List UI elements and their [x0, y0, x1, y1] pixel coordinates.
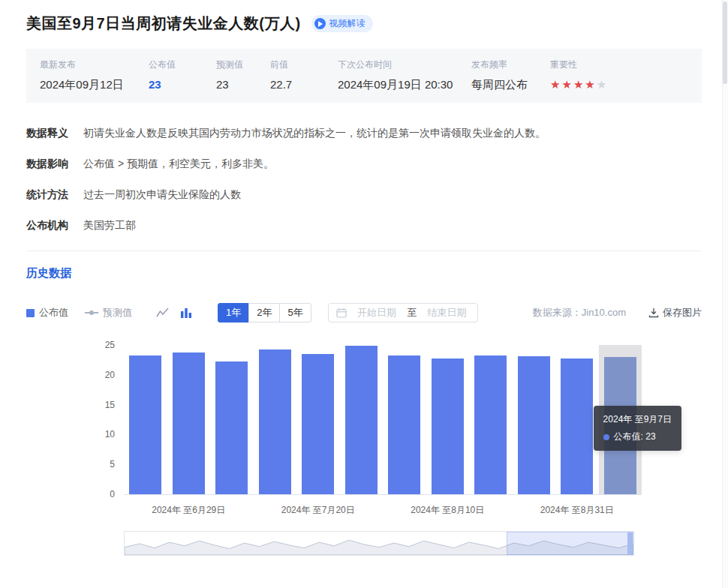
bars [124, 345, 642, 494]
star-icon: ★ [573, 78, 585, 91]
detail-label: 统计方法 [26, 187, 83, 202]
summary-value: 每周四公布 [471, 78, 550, 92]
y-tick-label: 5 [110, 459, 115, 470]
legend-label: 预测值 [103, 306, 132, 320]
summary-value: 23 [149, 78, 216, 91]
calendar-icon [336, 308, 347, 318]
history-data-title[interactable]: 历史数据 [26, 266, 702, 280]
summary-value: 23 [216, 78, 270, 91]
date-separator: 至 [407, 306, 417, 320]
bar-column[interactable] [555, 345, 599, 494]
bar[interactable] [561, 358, 593, 494]
y-tick-label: 15 [105, 400, 115, 410]
legend-square-icon [26, 309, 35, 317]
summary-actual: 公布值 23 [149, 58, 216, 92]
start-date-field[interactable]: 开始日期 [354, 306, 400, 320]
legend-item-actual[interactable]: 公布值 [26, 306, 68, 320]
video-explain-button[interactable]: 视频解读 [311, 15, 373, 32]
bar-column[interactable] [254, 345, 297, 494]
summary-label: 发布频率 [471, 58, 550, 71]
line-chart-icon[interactable] [156, 307, 170, 319]
summary-frequency: 发布频率 每周四公布 [471, 58, 550, 92]
date-range-picker[interactable]: 开始日期 至 结束日期 [328, 303, 478, 322]
bar-column[interactable] [513, 345, 556, 494]
play-icon [314, 18, 326, 29]
detail-row-definition: 数据释义 初请失业金人数是反映其国内劳动力市场状况的指标之一，统计的是第一次申请… [26, 125, 702, 140]
detail-text: 公布值 > 预期值，利空美元，利多非美。 [83, 156, 702, 171]
chart-controls: 公布值 预测值 1年 2年 5年 开始日期 至 结束日 [26, 303, 702, 322]
summary-latest-release: 最新发布 2024年09月12日 [40, 58, 149, 92]
summary-label: 下次公布时间 [338, 58, 471, 71]
summary-next-release: 下次公布时间 2024年09月19日 20:30 [338, 58, 471, 92]
range-button-5y[interactable]: 5年 [279, 303, 311, 322]
bar[interactable] [432, 358, 464, 494]
save-image-button[interactable]: 保存图片 [648, 306, 702, 320]
bar-column[interactable] [210, 345, 254, 494]
bar-column[interactable] [167, 345, 211, 494]
bar[interactable] [388, 356, 420, 494]
bar-chart-icon[interactable] [180, 307, 192, 319]
y-tick-label: 0 [110, 489, 115, 500]
scrollbar-thumb[interactable] [723, 2, 727, 84]
page-title: 美国至9月7日当周初请失业金人数(万人) [26, 14, 301, 34]
end-date-field[interactable]: 结束日期 [424, 306, 470, 320]
data-source-label: 数据来源：Jin10.com [533, 306, 626, 320]
bar-column[interactable] [469, 345, 513, 494]
detail-text: 美国劳工部 [83, 218, 702, 232]
y-tick-label: 25 [105, 340, 115, 350]
scrollbar[interactable] [722, 0, 728, 588]
details-section: 数据释义 初请失业金人数是反映其国内劳动力市场状况的指标之一，统计的是第一次申请… [26, 125, 702, 232]
y-tick-label: 10 [105, 429, 115, 440]
detail-label: 公布机构 [26, 218, 83, 232]
bar[interactable] [345, 346, 378, 494]
x-tick-label: 2024年 至8月10日 [411, 504, 484, 517]
x-tick-label: 2024年 至7月20日 [281, 504, 355, 517]
bar[interactable] [474, 356, 507, 494]
bar[interactable] [259, 350, 291, 494]
bar-column[interactable] [426, 345, 470, 494]
detail-text: 过去一周初次申请失业保险的人数 [83, 187, 702, 202]
star-icon: ★ [585, 78, 596, 91]
star-icon: ★ [550, 78, 561, 91]
summary-forecast: 预测值 23 [216, 58, 270, 92]
detail-text: 初请失业金人数是反映其国内劳动力市场状况的指标之一，统计的是第一次申请领取失业金… [83, 125, 702, 140]
y-tick-label: 20 [105, 370, 115, 380]
summary-label: 重要性 [550, 58, 608, 71]
bar-column[interactable] [296, 345, 340, 494]
history-bar-chart: 0510152025 2024年 至6月29日2024年 至7月20日2024年… [26, 345, 702, 520]
summary-previous: 前值 22.7 [270, 58, 338, 92]
detail-row-impact: 数据影响 公布值 > 预期值，利空美元，利多非美。 [26, 156, 702, 171]
brush-right-handle[interactable] [627, 532, 633, 554]
bar[interactable] [129, 356, 161, 494]
brush-selection[interactable] [507, 532, 634, 555]
zoom-brush[interactable] [124, 531, 634, 556]
summary-value: 22.7 [270, 78, 338, 91]
bar-column[interactable] [383, 345, 426, 494]
section-divider [26, 250, 702, 251]
summary-label: 公布值 [149, 58, 216, 71]
chart-type-switch [156, 307, 192, 319]
bar[interactable] [302, 354, 334, 494]
bar[interactable] [215, 362, 248, 494]
x-axis: 2024年 至6月29日2024年 至7月20日2024年 至8月10日2024… [124, 495, 642, 520]
plot-area: 0510152025 [124, 345, 642, 495]
range-button-1y[interactable]: 1年 [218, 303, 249, 322]
range-button-2y[interactable]: 2年 [248, 303, 280, 322]
bar[interactable] [518, 356, 550, 494]
detail-row-method: 统计方法 过去一周初次申请失业保险的人数 [26, 187, 702, 202]
bar-column[interactable] [124, 345, 167, 494]
time-range-switch: 1年 2年 5年 [218, 303, 311, 322]
star-icon: ★ [561, 78, 573, 91]
summary-label: 最新发布 [40, 58, 149, 71]
tooltip-series-dot [603, 434, 609, 440]
detail-label: 数据影响 [26, 156, 83, 171]
legend-item-forecast[interactable]: 预测值 [85, 306, 132, 320]
summary-importance: 重要性 ★★★★★ [550, 58, 608, 92]
title-row: 美国至9月7日当周初请失业金人数(万人) 视频解读 [26, 14, 702, 34]
summary-label: 前值 [270, 58, 338, 71]
summary-value: 2024年09月12日 [40, 78, 149, 92]
bar[interactable] [173, 352, 205, 494]
bar-column[interactable] [340, 345, 384, 494]
summary-label: 预测值 [216, 58, 270, 71]
summary-bar: 最新发布 2024年09月12日 公布值 23 预测值 23 前值 22.7 下… [26, 49, 702, 103]
